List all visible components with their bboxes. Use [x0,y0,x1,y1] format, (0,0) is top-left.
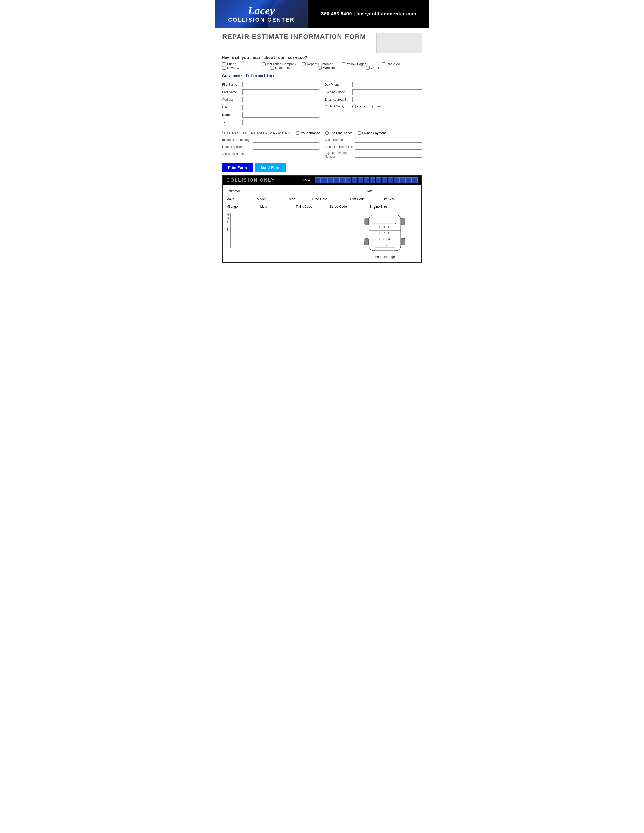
svg-text:5: 5 [388,226,390,228]
vin-box-14[interactable] [394,177,399,183]
checkbox-other-label: Other [371,66,379,70]
city-input[interactable] [242,105,319,110]
lic-field: Lic.# [260,204,293,209]
checkbox-dealer-referral-input[interactable] [270,66,274,70]
payment-owner[interactable]: Owner Payment [357,131,386,135]
collision-body: Estimator Date Make Model [223,185,421,262]
checkbox-drive-by-input[interactable] [222,66,226,70]
checkbox-friend-input[interactable] [222,62,226,66]
payment-their-insurance[interactable]: Their Insurance [325,131,353,135]
vin-box-12[interactable] [382,177,387,183]
vin-box-11[interactable] [376,177,382,183]
print-button[interactable]: Print Form [222,163,253,172]
trim-code-input[interactable] [366,196,380,201]
contact-phone-checkbox[interactable] [352,105,356,108]
checkbox-dealer-referral[interactable]: Dealer Referral [270,66,316,70]
email-input[interactable] [352,97,422,103]
adjusters-name-input[interactable] [253,151,319,157]
year-input[interactable] [296,196,310,201]
vin-box-7[interactable] [351,177,357,183]
trim-code-field: Trim Code [349,196,380,201]
field-state: State [222,112,319,117]
contact-email-checkbox[interactable] [369,105,372,108]
payment-row: SOURCE OF REPAIR PAYMENT My Insurance Th… [222,131,422,135]
trim-code-label: Trim Code [349,197,365,201]
make-input[interactable] [235,196,254,201]
vin-box-2[interactable] [321,177,327,183]
stripe-code-label: Stripe Code [330,205,347,209]
prod-date-input[interactable] [328,196,347,201]
date-accident-label: Date of Accident [222,145,253,149]
checkbox-radio-ad-input[interactable] [382,62,385,66]
vin-box-5[interactable] [340,177,345,183]
address-input[interactable] [242,97,319,103]
vin-box-9[interactable] [364,177,369,183]
engine-size-label: Engine Size [369,205,387,209]
field-zip: Zip [222,120,319,125]
tire-size-input[interactable] [396,196,415,201]
checkbox-friend[interactable]: Friend [222,62,259,66]
adjusters-name-row: Adjusters Name [222,151,319,157]
adjusters-phone-input[interactable] [355,152,422,158]
checkbox-drive-by-label: Drive By [227,66,240,70]
deductible-input[interactable] [355,144,422,150]
checkbox-repeat-customer-input[interactable] [302,62,306,66]
their-insurance-checkbox[interactable] [325,131,328,135]
state-input[interactable] [242,112,319,117]
send-button[interactable]: Send Form [255,163,286,172]
checkbox-other-input[interactable] [366,66,370,70]
vin-box-17[interactable] [412,177,418,183]
paint-code-label: Paint Code [296,205,312,209]
last-name-input[interactable] [242,89,319,95]
notes-textarea[interactable] [230,212,347,248]
contact-phone-option[interactable]: Phone [352,105,365,108]
ins-company-input[interactable] [253,137,319,143]
contact-email-option[interactable]: Email [369,105,381,108]
paint-code-input[interactable] [313,204,327,209]
checkbox-other[interactable]: Other [366,66,412,70]
vin-box-13[interactable] [388,177,393,183]
date-input[interactable] [374,188,418,193]
vin-box-3[interactable] [327,177,333,183]
prior-damage-label: Prior Damage [352,255,418,259]
vin-box-4[interactable] [333,177,339,183]
zip-input[interactable] [242,120,319,125]
vin-box-15[interactable] [400,177,406,183]
checkbox-insurance-company-input[interactable] [262,62,266,66]
checkbox-yellow-pages[interactable]: Yellow Pages [342,62,379,66]
vin-box-8[interactable] [357,177,363,183]
claim-number-input[interactable] [355,137,422,143]
date-accident-input[interactable] [253,144,319,150]
paint-code-field: Paint Code [296,204,327,209]
contact-email-label: Email [374,105,381,108]
day-phone-input[interactable] [352,82,422,87]
estimator-row: Estimator Date [226,188,418,193]
ins-left: Insurance Company Date of Accident Adjus… [222,137,319,160]
estimator-input[interactable] [242,188,356,193]
stripe-code-input[interactable] [348,204,367,209]
my-insurance-checkbox[interactable] [296,131,299,135]
vin-box-10[interactable] [370,177,375,183]
checkbox-drive-by[interactable]: Drive By [222,66,268,70]
vin-box-6[interactable] [346,177,351,183]
owner-payment-checkbox[interactable] [357,131,361,135]
first-name-input[interactable] [242,82,319,87]
evening-phone-input[interactable] [352,89,422,95]
contact-by-row: Contact Me By Phone Email [325,105,422,108]
checkbox-website[interactable]: Website [318,66,364,70]
checkbox-website-input[interactable] [318,66,322,70]
payment-my-insurance[interactable]: My Insurance [296,131,320,135]
vin-box-16[interactable] [406,177,412,183]
checkbox-radio-ad[interactable]: Radio Ad [382,62,419,66]
checkbox-insurance-company[interactable]: Insurance Company [262,62,299,66]
vin-box-1[interactable] [315,177,321,183]
engine-size-input[interactable] [388,204,402,209]
date-accident-row: Date of Accident [222,144,319,150]
checkbox-repeat-customer[interactable]: Repeat Customer [302,62,340,66]
checkbox-yellow-pages-input[interactable] [342,62,346,66]
lic-input[interactable] [268,204,293,209]
model-input[interactable] [267,196,286,201]
mileage-input[interactable] [239,204,258,209]
svg-text:2: 2 [386,219,387,222]
notes-inner: N O T E S [226,212,347,248]
